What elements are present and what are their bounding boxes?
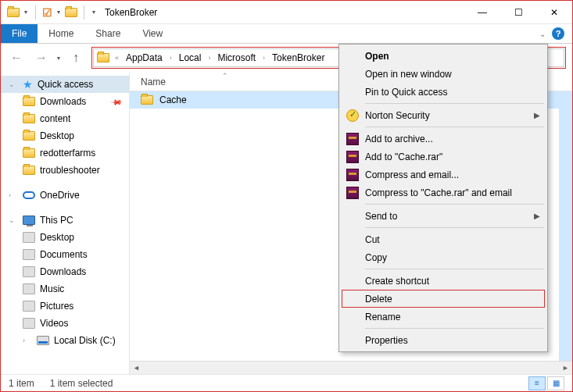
ctx-copy[interactable]: Copy xyxy=(342,248,545,266)
horizontal-scrollbar[interactable]: ◄ ► xyxy=(130,361,572,374)
documents-icon xyxy=(23,249,35,260)
breadcrumb-item[interactable]: Microsoft xyxy=(216,52,257,63)
folder-icon xyxy=(23,166,35,175)
properties-qat-icon[interactable]: ☑ xyxy=(42,6,52,19)
sidebar-label: redotterfarms xyxy=(40,148,95,159)
folder-icon xyxy=(23,131,35,141)
winrar-icon xyxy=(346,133,359,145)
qat-customize-arrow[interactable]: ▾ xyxy=(91,9,97,16)
explorer-window: ▾ ☑ ▾ ▾ TokenBroker — ☐ ✕ File Home Shar… xyxy=(0,0,573,392)
breadcrumb-item[interactable]: AppData xyxy=(124,52,164,63)
ribbon-collapse-icon[interactable]: ⌄ xyxy=(539,30,546,38)
star-icon: ★ xyxy=(23,78,33,91)
ctx-separator xyxy=(365,204,544,205)
sidebar-item[interactable]: Downloads📌 xyxy=(1,93,129,110)
ctx-delete[interactable]: Delete xyxy=(342,290,545,308)
ctx-send-to[interactable]: Send to▶ xyxy=(342,207,545,225)
tab-share[interactable]: Share xyxy=(84,24,131,43)
sidebar-this-pc[interactable]: ⌄This PC xyxy=(1,212,129,229)
status-item-count: 1 item xyxy=(9,378,34,389)
sidebar-item[interactable]: Documents xyxy=(1,246,129,263)
window-controls: — ☐ ✕ xyxy=(464,1,572,24)
ctx-add-to-cache-rar[interactable]: Add to "Cache.rar" xyxy=(342,148,545,166)
sidebar-item[interactable]: Music xyxy=(1,280,129,298)
maximize-button[interactable]: ☐ xyxy=(500,1,536,24)
nav-forward-button[interactable]: → xyxy=(30,47,52,69)
sidebar-item[interactable]: Videos xyxy=(1,315,129,332)
scroll-left-icon[interactable]: ◄ xyxy=(130,362,143,375)
status-selected-count: 1 item selected xyxy=(50,378,113,389)
sidebar-item[interactable]: Desktop xyxy=(1,127,129,144)
cloud-icon xyxy=(23,191,35,199)
sidebar-label: Pictures xyxy=(40,301,73,312)
minimize-button[interactable]: — xyxy=(464,1,500,24)
ctx-pin-quick-access[interactable]: Pin to Quick access xyxy=(342,83,545,101)
sort-indicator-icon: ⌃ xyxy=(222,72,228,80)
ribbon: File Home Share View ⌄ ? xyxy=(1,24,572,44)
sidebar-item[interactable]: Pictures xyxy=(1,298,129,315)
ctx-open[interactable]: Open xyxy=(342,47,545,65)
addressbar-folder-icon xyxy=(97,53,109,62)
sidebar-label: Downloads xyxy=(40,266,86,277)
sidebar-label: Music xyxy=(40,283,64,294)
titlebar: ▾ ☑ ▾ ▾ TokenBroker — ☐ ✕ xyxy=(1,1,572,24)
ctx-separator xyxy=(365,269,544,269)
close-button[interactable]: ✕ xyxy=(536,1,572,24)
sidebar-onedrive[interactable]: ›OneDrive xyxy=(1,187,129,204)
sidebar-item[interactable]: content xyxy=(1,110,129,127)
ctx-rename[interactable]: Rename xyxy=(342,308,545,326)
winrar-icon xyxy=(346,187,359,199)
breadcrumb-item[interactable]: Local xyxy=(177,52,203,63)
context-menu: Open Open in new window Pin to Quick acc… xyxy=(338,44,548,352)
view-details-button[interactable]: ≡ xyxy=(528,376,546,390)
nav-back-button[interactable]: ← xyxy=(5,47,27,69)
scroll-right-icon[interactable]: ► xyxy=(559,362,572,375)
view-icons-button[interactable]: ▦ xyxy=(547,376,564,390)
ctx-properties[interactable]: Properties xyxy=(342,331,545,349)
winrar-icon xyxy=(346,151,359,163)
expand-icon[interactable]: ⌄ xyxy=(9,80,18,88)
desktop-icon xyxy=(23,232,35,243)
help-icon[interactable]: ? xyxy=(552,27,564,40)
sidebar-item[interactable]: troubleshooter xyxy=(1,162,129,179)
expand-icon[interactable]: › xyxy=(23,337,32,344)
ctx-compress-email[interactable]: Compress and email... xyxy=(342,166,545,184)
app-menu-arrow[interactable]: ▾ xyxy=(23,9,29,16)
sidebar-label: Documents xyxy=(40,249,88,260)
nav-up-button[interactable]: ↑ xyxy=(65,47,87,69)
quick-access-toolbar: ▾ ☑ ▾ ▾ xyxy=(1,5,97,20)
sidebar-item[interactable]: ›Local Disk (C:) xyxy=(1,332,129,349)
ctx-open-new-window[interactable]: Open in new window xyxy=(342,65,545,83)
sidebar-label: This PC xyxy=(40,215,73,226)
expand-icon[interactable]: › xyxy=(9,191,18,199)
app-icon[interactable] xyxy=(7,8,20,17)
sidebar-item[interactable]: Desktop xyxy=(1,229,129,246)
new-folder-qat-icon[interactable] xyxy=(65,8,77,17)
sidebar-quick-access[interactable]: ⌄ ★ Quick access xyxy=(1,76,129,93)
ctx-compress-cache-email[interactable]: Compress to "Cache.rar" and email xyxy=(342,184,545,201)
folder-icon xyxy=(23,114,35,123)
vertical-scrollbar[interactable] xyxy=(559,91,572,361)
ctx-create-shortcut[interactable]: Create shortcut xyxy=(342,272,545,290)
submenu-arrow-icon: ▶ xyxy=(534,111,540,119)
sidebar-item[interactable]: Downloads xyxy=(1,263,129,280)
music-icon xyxy=(23,283,35,294)
sidebar-label: Desktop xyxy=(40,232,74,243)
ctx-separator xyxy=(365,103,544,104)
winrar-icon xyxy=(346,169,359,181)
ctx-add-to-archive[interactable]: Add to archive... xyxy=(342,130,545,148)
tab-file[interactable]: File xyxy=(1,24,38,43)
qat-arrow[interactable]: ▾ xyxy=(56,9,62,16)
ctx-cut[interactable]: Cut xyxy=(342,230,545,248)
ctx-norton-security[interactable]: Norton Security▶ xyxy=(342,106,545,124)
breadcrumb-item[interactable]: TokenBroker xyxy=(270,52,326,63)
pc-icon xyxy=(23,216,35,225)
sidebar-label: troubleshooter xyxy=(40,165,100,176)
expand-icon[interactable]: ⌄ xyxy=(9,216,18,224)
nav-history-arrow[interactable]: ▾ xyxy=(56,55,62,62)
tab-view[interactable]: View xyxy=(131,24,174,43)
tab-home[interactable]: Home xyxy=(38,24,84,43)
breadcrumb-overflow[interactable]: « xyxy=(113,54,121,62)
sidebar-item[interactable]: redotterfarms xyxy=(1,144,129,162)
folder-icon xyxy=(141,95,153,105)
